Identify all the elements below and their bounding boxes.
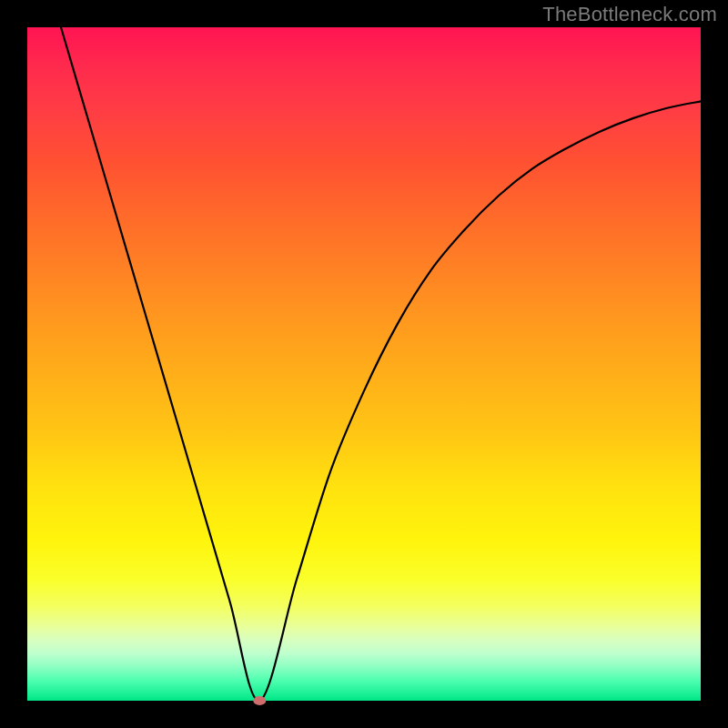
plot-area	[27, 27, 701, 701]
chart-frame: TheBottleneck.com	[0, 0, 728, 728]
watermark-text: TheBottleneck.com	[542, 3, 717, 26]
curve-svg	[27, 27, 701, 701]
minimum-marker	[253, 696, 266, 705]
bottleneck-curve	[61, 27, 701, 701]
